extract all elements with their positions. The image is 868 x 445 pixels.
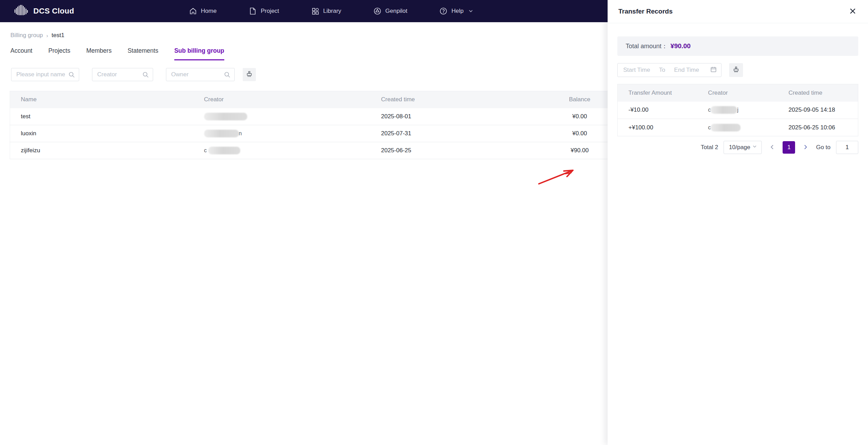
breadcrumb-separator: › <box>47 33 48 38</box>
chevron-down-icon <box>468 8 474 14</box>
goto-page-input[interactable] <box>836 141 858 154</box>
redacted-creator <box>711 124 741 131</box>
page-size-select[interactable]: 10/page <box>724 141 762 154</box>
date-range-separator: To <box>659 67 665 74</box>
cell-balance: ¥0.00 <box>552 108 608 125</box>
nav-item-label: Help <box>451 8 464 15</box>
brand[interactable]: DCS Cloud <box>14 5 74 18</box>
breadcrumb-current: test1 <box>52 32 65 39</box>
red-annotation-arrow <box>534 164 590 188</box>
pagination: Total 2 10/page 1 Go to <box>617 141 858 154</box>
home-icon <box>189 7 197 15</box>
date-range-picker[interactable]: Start Time To End Time <box>617 63 721 77</box>
redacted-creator <box>208 147 240 154</box>
drawer-filter-row: Start Time To End Time <box>617 63 868 77</box>
owner-search <box>166 68 235 81</box>
creator-search <box>92 68 153 81</box>
cell-name: test <box>10 108 194 125</box>
cell-transfer-amount: +¥100.00 <box>618 119 704 136</box>
redacted-creator <box>711 106 737 114</box>
search-icon <box>224 71 231 79</box>
col-created-time: Created time <box>378 91 552 108</box>
next-page-button[interactable] <box>801 143 810 152</box>
document-icon <box>249 7 257 15</box>
dcs-cloud-logo-icon <box>14 5 28 18</box>
page-number-current[interactable]: 1 <box>783 141 795 154</box>
billing-group-table: Name Creator Created time Balance test 2… <box>10 91 608 159</box>
transfer-records-drawer: Transfer Records Total amount： ¥90.00 St… <box>608 0 868 445</box>
search-icon <box>142 71 149 79</box>
chevron-down-icon <box>752 144 757 151</box>
creator-fragment: c <box>204 147 207 153</box>
cell-creator-redacted: n <box>194 125 378 142</box>
previous-page-button[interactable] <box>767 143 777 152</box>
chevron-left-icon <box>769 144 775 151</box>
tab-account[interactable]: Account <box>10 47 32 60</box>
search-icon <box>68 71 75 79</box>
nav-item-home[interactable]: Home <box>189 7 217 15</box>
table-row[interactable]: zijifeizu c 2025-06-25 ¥90.00 <box>10 142 608 159</box>
col-balance: Balance <box>552 91 608 108</box>
col-name: Name <box>10 91 194 108</box>
genpilot-icon <box>373 7 382 15</box>
drawer-header: Transfer Records <box>608 0 868 23</box>
tab-sub-billing-group[interactable]: Sub billing group <box>174 47 224 60</box>
cell-created-time: 2025-09-05 14:18 <box>784 102 858 119</box>
cell-balance: ¥0.00 <box>552 125 608 142</box>
grid-icon <box>311 7 319 15</box>
drawer-title: Transfer Records <box>618 8 673 15</box>
nav-item-library[interactable]: Library <box>311 7 341 15</box>
tab-statements[interactable]: Statements <box>127 47 158 60</box>
cell-name: zijifeizu <box>10 142 194 159</box>
nav-item-label: Project <box>261 8 279 15</box>
clear-date-filter-button[interactable] <box>729 63 743 77</box>
cell-created-time: 2025-06-25 10:06 <box>784 119 858 136</box>
table-header-row: Transfer Amount Creator Created time <box>618 84 858 102</box>
total-amount-label: Total amount： <box>626 42 668 50</box>
nav-item-label: Home <box>201 8 217 15</box>
broom-icon <box>245 70 253 79</box>
creator-fragment: j <box>737 107 738 113</box>
cell-creator-redacted <box>194 108 378 125</box>
cell-created-time: 2025-08-01 <box>378 108 552 125</box>
start-time-placeholder: Start Time <box>623 67 650 74</box>
breadcrumb-parent[interactable]: Billing group <box>10 32 43 39</box>
table-row[interactable]: test 2025-08-01 ¥0.00 <box>10 108 608 125</box>
main-content: Billing group › test1 Account Projects M… <box>0 22 608 159</box>
col-created-time: Created time <box>784 84 858 102</box>
clear-filters-button[interactable] <box>243 68 256 81</box>
nav-items: Home Project Library Genpilot Help <box>189 7 474 15</box>
nav-item-label: Library <box>323 8 341 15</box>
cell-creator-redacted: c <box>703 119 784 136</box>
table-row[interactable]: +¥100.00 c 2025-06-25 10:06 <box>618 119 858 136</box>
table-header-row: Name Creator Created time Balance <box>10 91 608 108</box>
filter-row <box>11 68 608 81</box>
close-button[interactable] <box>848 6 858 17</box>
cell-creator-redacted: cj <box>703 102 784 119</box>
tab-projects[interactable]: Projects <box>48 47 70 60</box>
goto-label: Go to <box>816 144 831 151</box>
close-icon <box>849 8 856 16</box>
end-time-placeholder: End Time <box>674 67 699 74</box>
cell-name: luoxin <box>10 125 194 142</box>
creator-fragment: n <box>239 130 242 136</box>
breadcrumb: Billing group › test1 <box>10 32 608 39</box>
redacted-creator <box>204 130 239 137</box>
creator-fragment: c <box>708 107 711 113</box>
cell-creator-redacted: c <box>194 142 378 159</box>
table-row[interactable]: -¥10.00 cj 2025-09-05 14:18 <box>618 102 858 119</box>
col-creator: Creator <box>194 91 378 108</box>
creator-fragment: c <box>708 125 711 130</box>
tab-members[interactable]: Members <box>86 47 111 60</box>
cell-created-time: 2025-06-25 <box>378 142 552 159</box>
table-row[interactable]: luoxin n 2025-07-31 ¥0.00 <box>10 125 608 142</box>
col-transfer-amount: Transfer Amount <box>618 84 704 102</box>
tab-bar: Account Projects Members Statements Sub … <box>10 47 608 60</box>
cell-created-time: 2025-07-31 <box>378 125 552 142</box>
redacted-creator <box>204 113 247 120</box>
nav-item-help[interactable]: Help <box>439 7 474 15</box>
nav-item-genpilot[interactable]: Genpilot <box>373 7 407 15</box>
cell-transfer-amount: -¥10.00 <box>618 102 704 119</box>
nav-item-project[interactable]: Project <box>249 7 279 15</box>
transfer-records-table: Transfer Amount Creator Created time -¥1… <box>617 84 858 136</box>
